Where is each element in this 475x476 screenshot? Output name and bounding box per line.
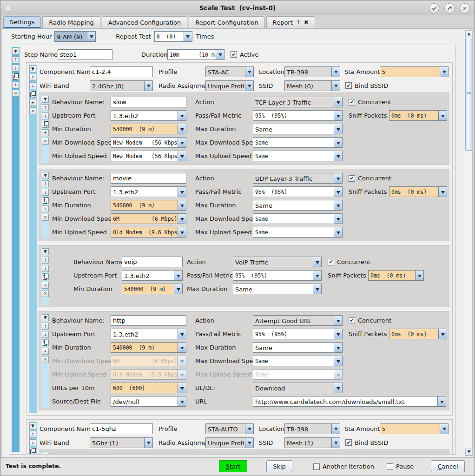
tab-radio-mapping[interactable]: Radio Mapping bbox=[42, 16, 100, 28]
component-name-input[interactable] bbox=[90, 66, 153, 77]
behaviour-delete-button[interactable]: × bbox=[42, 138, 49, 145]
tab-detach-icon[interactable]: ↑ bbox=[296, 19, 301, 26]
action-select[interactable]: UDP Layer-3 Traffic bbox=[253, 173, 343, 184]
behaviour-delete-button[interactable]: × bbox=[42, 290, 49, 297]
behaviour-name-input[interactable] bbox=[111, 97, 186, 107]
behaviour-name-input[interactable] bbox=[111, 173, 186, 184]
min-upload-select[interactable]: New Modem (56 Kbps) bbox=[111, 151, 186, 161]
behaviour-move-down-button[interactable]: ↓ bbox=[42, 331, 49, 338]
behaviour-delete-button[interactable]: × bbox=[42, 356, 49, 363]
upstream-port-select[interactable]: 1.3.eth2 bbox=[111, 110, 186, 121]
component-menu-button[interactable]: ▼ bbox=[29, 423, 36, 430]
radio-assignment-select[interactable]: Unique Profile bbox=[205, 80, 254, 91]
behaviour-duplicate-button[interactable] bbox=[42, 121, 49, 128]
repeat-test-select[interactable]: 0 (0) bbox=[154, 31, 192, 42]
behaviour-duplicate-button[interactable] bbox=[42, 273, 49, 280]
duration-select[interactable]: 10m (10 m) bbox=[167, 49, 224, 60]
skip-button[interactable]: Skip bbox=[266, 460, 292, 472]
component-duplicate-button[interactable] bbox=[29, 448, 36, 455]
tab-report[interactable]: Report ↑ ✖ bbox=[266, 16, 315, 28]
bind-bssid-checkbox[interactable]: ✔Bind BSSID bbox=[345, 439, 388, 446]
max-download-select[interactable]: Same bbox=[253, 137, 343, 148]
sniff-packets-select[interactable]: 0ms (0 ms) bbox=[389, 110, 447, 121]
upstream-port-select[interactable]: 1.3.eth2 bbox=[111, 329, 186, 339]
location-select[interactable]: TR-398 bbox=[284, 423, 340, 434]
component-name-input[interactable] bbox=[90, 423, 153, 434]
min-duration-select[interactable]: 540000 (9 m) bbox=[111, 342, 186, 353]
vertical-scrollbar[interactable] bbox=[465, 30, 473, 456]
tab-report-configuration[interactable]: Report Configuration bbox=[189, 16, 264, 28]
behaviour-add-button[interactable]: + bbox=[42, 282, 49, 289]
pause-checkbox[interactable]: Pause bbox=[387, 463, 414, 470]
behaviour-name-input[interactable] bbox=[122, 257, 183, 267]
max-download-select[interactable]: Same bbox=[253, 213, 343, 224]
behaviour-menu-button[interactable]: ▼ bbox=[42, 314, 49, 321]
min-duration-select[interactable]: 540000 (9 m) bbox=[122, 284, 183, 294]
step-name-input[interactable] bbox=[58, 49, 112, 60]
action-select[interactable]: Attempt Good URL bbox=[253, 315, 343, 326]
tab-advanced-configuration[interactable]: Advanced Configuration bbox=[102, 16, 188, 28]
step-menu-button[interactable]: ▼ bbox=[12, 48, 19, 55]
max-duration-select[interactable]: Same bbox=[253, 200, 343, 211]
tab-settings[interactable]: Settings bbox=[3, 16, 41, 28]
urls-per-10m-select[interactable]: 600 (600) bbox=[111, 383, 186, 393]
max-duration-select[interactable]: Same bbox=[253, 124, 343, 134]
min-download-select[interactable]: New Modem (56 Kbps) bbox=[111, 137, 186, 148]
behaviour-move-up-button[interactable]: ↑ bbox=[42, 104, 49, 111]
step-move-down-button[interactable]: ↓ bbox=[12, 65, 19, 72]
ul-dl-select[interactable]: Download bbox=[253, 383, 343, 393]
step-delete-button[interactable]: × bbox=[12, 90, 19, 97]
action-select[interactable]: VoIP Traffic bbox=[233, 257, 322, 267]
max-upload-select[interactable]: Same bbox=[253, 151, 343, 161]
bind-bssid-checkbox[interactable]: ✔Bind BSSID bbox=[345, 82, 388, 89]
sta-amount-select[interactable]: 5 bbox=[380, 66, 449, 77]
component-menu-button[interactable]: ▼ bbox=[29, 66, 36, 73]
active-checkbox[interactable]: ✔Active bbox=[231, 51, 258, 58]
sta-amount-select[interactable]: 5 bbox=[380, 423, 449, 434]
behaviour-move-down-button[interactable]: ↓ bbox=[42, 265, 49, 272]
scroll-up-button[interactable] bbox=[465, 30, 472, 37]
pass-fail-select[interactable]: 95% (95%) bbox=[253, 110, 343, 121]
location-select[interactable]: TR-398 bbox=[284, 66, 340, 77]
src-dest-select[interactable]: /dev/null bbox=[111, 396, 186, 407]
max-duration-select[interactable]: Same bbox=[253, 342, 343, 353]
component-delete-button[interactable]: × bbox=[29, 107, 36, 114]
upstream-port-select[interactable]: 1.3.eth2 bbox=[111, 186, 186, 197]
pass-fail-select[interactable]: 95% (95%) bbox=[253, 329, 343, 339]
starting-hour-select[interactable]: 9 AM (9) bbox=[54, 31, 96, 42]
behaviour-move-up-button[interactable]: ↑ bbox=[42, 257, 49, 264]
minimize-button[interactable] bbox=[429, 3, 439, 13]
step-move-up-button[interactable]: ↑ bbox=[12, 56, 19, 63]
tab-close-icon[interactable]: ✖ bbox=[304, 19, 309, 26]
ssid-select[interactable]: Mesh (1) bbox=[284, 437, 340, 448]
behaviour-move-up-button[interactable]: ↑ bbox=[42, 323, 49, 330]
another-iteration-checkbox[interactable]: Another Iteration bbox=[313, 463, 374, 470]
pass-fail-select[interactable]: 95% (95%) bbox=[253, 186, 343, 197]
min-upload-select[interactable]: Old Modem (9.6 Kbps) bbox=[111, 227, 186, 238]
pass-fail-select[interactable]: 95% (95%) bbox=[233, 270, 322, 281]
component-duplicate-button[interactable] bbox=[29, 91, 36, 98]
url-select[interactable]: http://www.candelatech.com/downloads/sma… bbox=[253, 396, 446, 407]
max-duration-select[interactable]: Same bbox=[233, 284, 322, 294]
wifi-band-select[interactable]: 5Ghz (1) bbox=[90, 437, 153, 448]
scroll-down-button[interactable] bbox=[465, 449, 472, 456]
profile-select[interactable]: STA-AUTO bbox=[205, 423, 254, 434]
start-button[interactable]: Start bbox=[219, 460, 247, 472]
behaviour-menu-button[interactable]: ▼ bbox=[42, 453, 49, 455]
sniff-packets-select[interactable]: 0ms (0 ms) bbox=[389, 186, 447, 197]
behaviour-add-button[interactable]: + bbox=[42, 129, 49, 136]
action-select[interactable]: TCP Layer-3 Traffic bbox=[253, 454, 343, 455]
wifi-band-select[interactable]: 2.4Ghz (0) bbox=[90, 80, 153, 91]
concurrent-checkbox[interactable]: ✔Concurrent bbox=[328, 258, 370, 265]
concurrent-checkbox[interactable]: ✔Concurrent bbox=[349, 175, 391, 182]
behaviour-add-button[interactable]: + bbox=[42, 205, 49, 212]
step-add-button[interactable]: + bbox=[12, 81, 19, 88]
component-move-up-button[interactable]: ↑ bbox=[29, 74, 36, 81]
upstream-port-select[interactable]: 1.3.eth2 bbox=[122, 270, 183, 281]
behaviour-duplicate-button[interactable] bbox=[42, 197, 49, 204]
behaviour-menu-button[interactable]: ▼ bbox=[42, 248, 49, 255]
scrollbar-thumb[interactable] bbox=[465, 38, 472, 151]
component-move-down-button[interactable]: ↓ bbox=[29, 439, 36, 446]
cancel-button[interactable]: Cancel bbox=[431, 460, 465, 472]
max-upload-select[interactable]: Same bbox=[253, 227, 343, 238]
